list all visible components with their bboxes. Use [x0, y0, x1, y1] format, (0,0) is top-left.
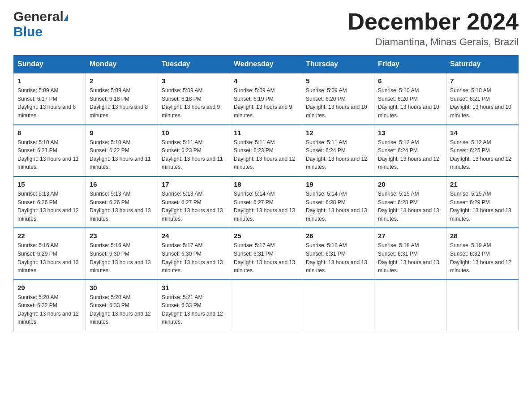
day-info: Sunrise: 5:10 AMSunset: 6:21 PMDaylight:…	[450, 86, 515, 120]
weekday-header-row: Sunday Monday Tuesday Wednesday Thursday…	[14, 56, 519, 73]
day-info: Sunrise: 5:16 AMSunset: 6:30 PMDaylight:…	[90, 241, 154, 274]
calendar-table: Sunday Monday Tuesday Wednesday Thursday…	[13, 55, 519, 331]
day-info: Sunrise: 5:10 AMSunset: 6:22 PMDaylight:…	[90, 138, 154, 171]
day-info: Sunrise: 5:19 AMSunset: 6:32 PMDaylight:…	[450, 241, 515, 274]
calendar-week-row: 29Sunrise: 5:20 AMSunset: 6:32 PMDayligh…	[14, 280, 519, 331]
day-info: Sunrise: 5:18 AMSunset: 6:31 PMDaylight:…	[306, 241, 370, 274]
day-info: Sunrise: 5:17 AMSunset: 6:31 PMDaylight:…	[234, 241, 298, 274]
table-row: 10Sunrise: 5:11 AMSunset: 6:23 PMDayligh…	[158, 125, 230, 176]
header-sunday: Sunday	[14, 56, 86, 73]
day-number: 30	[90, 284, 154, 291]
day-info: Sunrise: 5:11 AMSunset: 6:23 PMDaylight:…	[162, 138, 226, 171]
calendar-week-row: 8Sunrise: 5:10 AMSunset: 6:21 PMDaylight…	[14, 125, 519, 176]
day-info: Sunrise: 5:20 AMSunset: 6:33 PMDaylight:…	[90, 293, 154, 326]
day-number: 24	[162, 232, 226, 240]
day-number: 17	[162, 180, 226, 188]
table-row: 7Sunrise: 5:10 AMSunset: 6:21 PMDaylight…	[446, 73, 519, 124]
logo-line-blue: Blue	[13, 24, 68, 39]
table-row	[302, 280, 374, 331]
day-info: Sunrise: 5:16 AMSunset: 6:29 PMDaylight:…	[17, 241, 82, 274]
day-info: Sunrise: 5:10 AMSunset: 6:21 PMDaylight:…	[17, 138, 82, 171]
table-row: 3Sunrise: 5:09 AMSunset: 6:18 PMDaylight…	[158, 73, 230, 124]
day-number: 16	[90, 180, 154, 188]
table-row: 14Sunrise: 5:12 AMSunset: 6:25 PMDayligh…	[446, 125, 519, 176]
day-number: 14	[450, 129, 515, 137]
table-row: 28Sunrise: 5:19 AMSunset: 6:32 PMDayligh…	[446, 228, 519, 279]
table-row: 23Sunrise: 5:16 AMSunset: 6:30 PMDayligh…	[86, 228, 158, 279]
table-row	[446, 280, 519, 331]
day-number: 13	[378, 129, 442, 137]
day-info: Sunrise: 5:10 AMSunset: 6:20 PMDaylight:…	[378, 86, 442, 120]
month-title: December 2024	[348, 9, 519, 34]
calendar-week-row: 15Sunrise: 5:13 AMSunset: 6:26 PMDayligh…	[14, 176, 519, 228]
day-number: 4	[234, 77, 298, 85]
day-number: 29	[17, 284, 82, 291]
day-info: Sunrise: 5:13 AMSunset: 6:27 PMDaylight:…	[162, 190, 226, 223]
calendar-header: Sunday Monday Tuesday Wednesday Thursday…	[14, 56, 519, 73]
day-info: Sunrise: 5:17 AMSunset: 6:30 PMDaylight:…	[162, 241, 226, 274]
header-monday: Monday	[86, 56, 158, 73]
table-row: 16Sunrise: 5:13 AMSunset: 6:26 PMDayligh…	[86, 176, 158, 228]
table-row: 12Sunrise: 5:11 AMSunset: 6:24 PMDayligh…	[302, 125, 374, 176]
title-section: December 2024 Diamantina, Minas Gerais, …	[348, 9, 519, 48]
calendar-body: 1Sunrise: 5:09 AMSunset: 6:17 PMDaylight…	[14, 73, 519, 331]
day-number: 23	[90, 232, 154, 240]
table-row: 8Sunrise: 5:10 AMSunset: 6:21 PMDaylight…	[14, 125, 86, 176]
day-number: 28	[450, 232, 515, 240]
day-info: Sunrise: 5:18 AMSunset: 6:31 PMDaylight:…	[378, 241, 442, 274]
table-row	[374, 280, 446, 331]
page-header: General Blue December 2024 Diamantina, M…	[13, 9, 519, 48]
table-row: 29Sunrise: 5:20 AMSunset: 6:32 PMDayligh…	[14, 280, 86, 331]
header-wednesday: Wednesday	[230, 56, 302, 73]
day-info: Sunrise: 5:14 AMSunset: 6:28 PMDaylight:…	[306, 190, 370, 223]
table-row: 15Sunrise: 5:13 AMSunset: 6:26 PMDayligh…	[14, 176, 86, 228]
table-row: 21Sunrise: 5:15 AMSunset: 6:29 PMDayligh…	[446, 176, 519, 228]
table-row: 13Sunrise: 5:12 AMSunset: 6:24 PMDayligh…	[374, 125, 446, 176]
day-number: 22	[17, 232, 82, 240]
day-info: Sunrise: 5:14 AMSunset: 6:27 PMDaylight:…	[234, 190, 298, 223]
table-row: 4Sunrise: 5:09 AMSunset: 6:19 PMDaylight…	[230, 73, 302, 124]
day-info: Sunrise: 5:15 AMSunset: 6:28 PMDaylight:…	[378, 190, 442, 223]
calendar-week-row: 22Sunrise: 5:16 AMSunset: 6:29 PMDayligh…	[14, 228, 519, 279]
day-number: 8	[17, 129, 82, 137]
logo-line-general: General	[13, 9, 68, 24]
day-number: 26	[306, 232, 370, 240]
table-row: 2Sunrise: 5:09 AMSunset: 6:18 PMDaylight…	[86, 73, 158, 124]
table-row: 31Sunrise: 5:21 AMSunset: 6:33 PMDayligh…	[158, 280, 230, 331]
location-text: Diamantina, Minas Gerais, Brazil	[348, 36, 519, 48]
logo-container: General Blue	[13, 9, 68, 39]
header-thursday: Thursday	[302, 56, 374, 73]
day-info: Sunrise: 5:11 AMSunset: 6:24 PMDaylight:…	[306, 138, 370, 171]
logo: General Blue	[13, 9, 68, 39]
day-number: 10	[162, 129, 226, 137]
table-row: 19Sunrise: 5:14 AMSunset: 6:28 PMDayligh…	[302, 176, 374, 228]
header-saturday: Saturday	[446, 56, 519, 73]
day-info: Sunrise: 5:09 AMSunset: 6:20 PMDaylight:…	[306, 86, 370, 120]
day-number: 6	[378, 77, 442, 85]
calendar-week-row: 1Sunrise: 5:09 AMSunset: 6:17 PMDaylight…	[14, 73, 519, 124]
table-row: 22Sunrise: 5:16 AMSunset: 6:29 PMDayligh…	[14, 228, 86, 279]
day-info: Sunrise: 5:13 AMSunset: 6:26 PMDaylight:…	[90, 190, 154, 223]
table-row: 11Sunrise: 5:11 AMSunset: 6:23 PMDayligh…	[230, 125, 302, 176]
day-number: 9	[90, 129, 154, 137]
day-info: Sunrise: 5:09 AMSunset: 6:18 PMDaylight:…	[90, 86, 154, 120]
day-info: Sunrise: 5:15 AMSunset: 6:29 PMDaylight:…	[450, 190, 515, 223]
day-info: Sunrise: 5:09 AMSunset: 6:19 PMDaylight:…	[234, 86, 298, 120]
header-tuesday: Tuesday	[158, 56, 230, 73]
day-number: 19	[306, 180, 370, 188]
table-row: 27Sunrise: 5:18 AMSunset: 6:31 PMDayligh…	[374, 228, 446, 279]
logo-general-text: General	[13, 9, 64, 24]
day-number: 31	[162, 284, 226, 291]
table-row: 26Sunrise: 5:18 AMSunset: 6:31 PMDayligh…	[302, 228, 374, 279]
day-number: 5	[306, 77, 370, 85]
table-row: 1Sunrise: 5:09 AMSunset: 6:17 PMDaylight…	[14, 73, 86, 124]
table-row: 17Sunrise: 5:13 AMSunset: 6:27 PMDayligh…	[158, 176, 230, 228]
day-info: Sunrise: 5:09 AMSunset: 6:17 PMDaylight:…	[17, 86, 82, 120]
day-info: Sunrise: 5:12 AMSunset: 6:25 PMDaylight:…	[450, 138, 515, 171]
table-row: 25Sunrise: 5:17 AMSunset: 6:31 PMDayligh…	[230, 228, 302, 279]
day-info: Sunrise: 5:21 AMSunset: 6:33 PMDaylight:…	[162, 293, 226, 326]
table-row: 24Sunrise: 5:17 AMSunset: 6:30 PMDayligh…	[158, 228, 230, 279]
day-number: 7	[450, 77, 515, 85]
logo-triangle-icon	[64, 14, 68, 21]
day-number: 21	[450, 180, 515, 188]
